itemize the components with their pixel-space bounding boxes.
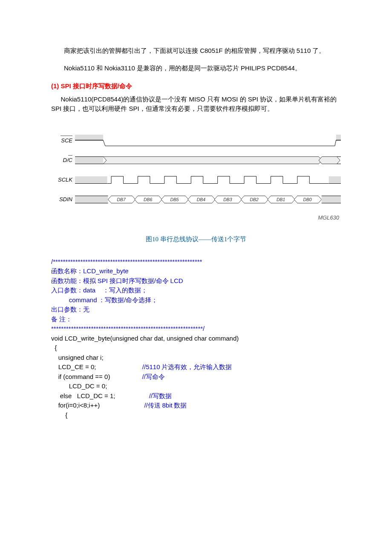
code-line: if (command == 0) //写命令 — [51, 372, 341, 382]
svg-rect-1 — [336, 134, 341, 140]
svg-text:DB2: DB2 — [250, 197, 259, 202]
comment-close: ****************************************… — [51, 324, 341, 334]
signal-label-dc: D/C — [51, 156, 75, 165]
svg-text:DB0: DB0 — [303, 197, 311, 202]
svg-text:DB7: DB7 — [117, 197, 126, 202]
t: LCD — [170, 277, 183, 284]
t: SPI — [98, 277, 108, 284]
svg-text:DB4: DB4 — [197, 197, 205, 202]
signal-row-sclk: SCLK — [51, 170, 341, 190]
timing-diagram: SCE D/C — [51, 131, 341, 209]
t — [51, 296, 69, 304]
svg-rect-23 — [322, 196, 341, 203]
t: 写数据 — [153, 393, 172, 399]
code-line: 备 注： — [51, 315, 341, 324]
signal-track-sdin: DB7DB6DB5DB4DB3DB2DB1DB0 — [75, 193, 341, 206]
text: Nokia5110(PCD8544)的通信协议是一个没有 MISO 只有 MOS… — [51, 95, 337, 113]
signal-track-sclk — [75, 173, 341, 186]
t: 命令 — [156, 278, 170, 284]
signal-row-sce: SCE — [51, 131, 341, 150]
t: 入口参数： — [51, 287, 83, 294]
signal-track-sce — [75, 134, 341, 147]
code-line: LCD_DC = 0; — [51, 382, 341, 391]
code-line: 入口参数：data ：写入的数据； — [51, 286, 341, 295]
svg-rect-9 — [75, 176, 107, 183]
label-text: D/C — [63, 157, 72, 163]
t: ：写数据 — [97, 297, 124, 304]
signal-row-sdin: SDIN DB7DB6DB5DB4DB3DB2DB1DB0 — [51, 190, 341, 209]
t: 接口时序写数据 — [108, 278, 154, 284]
code-line: { — [51, 343, 341, 353]
code-line: unsigned char i; — [51, 353, 341, 363]
label-text: SDIN — [59, 196, 72, 202]
section-heading-1: (1) SPI 接口时序写数据/命令 — [51, 81, 341, 91]
t: 片选有效，允许输入数据 — [160, 364, 232, 370]
t: 写命令 — [146, 373, 165, 380]
t: command — [69, 296, 97, 304]
code-line: else LCD_DC = 1; //写数据 — [51, 391, 341, 401]
label-text: SCE — [61, 137, 72, 144]
t: // — [149, 392, 153, 399]
t: if (command == 0) — [51, 373, 142, 380]
t: //5110 — [142, 363, 160, 370]
t: 数据 — [173, 402, 187, 409]
code-line: void LCD_write_byte(unsigned char dat, u… — [51, 334, 341, 344]
svg-rect-0 — [75, 134, 103, 140]
code-line: 函数名称：LCD_write_byte — [51, 266, 341, 276]
svg-rect-10 — [329, 176, 341, 183]
comment-open: /***************************************… — [51, 257, 341, 267]
t: 函数功能：模拟 — [51, 278, 98, 284]
t: data — [83, 286, 103, 294]
t: 传送 — [148, 402, 162, 409]
text: Nokia5110 和 Nokia3110 是兼容的，用的都是同一款驱动芯片 P… — [64, 64, 301, 72]
code-line: 出口参数：无 — [51, 305, 341, 315]
code-line: for(i=0;i<8;i++) //传送 8bit 数据 — [51, 401, 341, 410]
t: 命令选择； — [126, 297, 158, 304]
code-block: /***************************************… — [51, 257, 341, 420]
t: // — [144, 402, 147, 409]
t: 8bit — [162, 402, 173, 409]
t: // — [142, 373, 145, 380]
t: 函数名称： — [51, 268, 83, 275]
code-line: LCD_CE = 0; //5110 片选有效，允许输入数据 — [51, 362, 341, 372]
svg-rect-12 — [75, 196, 108, 203]
code-line: 函数功能：模拟 SPI 接口时序写数据/命令 LCD — [51, 276, 341, 286]
t: ：写入的数据； — [103, 287, 147, 294]
paragraph-3: Nokia5110(PCD8544)的通信协议是一个没有 MISO 只有 MOS… — [51, 95, 341, 114]
t: for(i=0;i<8;i++) — [51, 402, 144, 409]
signal-row-dc: D/C — [51, 150, 341, 170]
signal-label-sce: SCE — [51, 136, 75, 145]
signal-track-dc — [75, 154, 341, 167]
svg-text:DB1: DB1 — [277, 197, 285, 202]
text: 商家把该引出的管脚都引出了，下面就可以连接 C8051F 的相应管脚，写程序驱动… — [64, 47, 325, 54]
figure-caption: 图10 串行总线协议——传送1个字节 — [51, 234, 341, 244]
svg-text:DB6: DB6 — [144, 197, 152, 202]
diagram-source-label: MGL630 — [51, 214, 341, 222]
code-line: command ：写数据/命令选择； — [51, 295, 341, 305]
label-text: SCLK — [58, 176, 72, 183]
code-line: { — [51, 410, 341, 420]
signal-label-sclk: SCLK — [51, 176, 75, 184]
signal-label-sdin: SDIN — [51, 195, 75, 204]
svg-rect-4 — [75, 156, 103, 164]
t: LCD_CE = 0; — [51, 363, 142, 370]
t: LCD_write_byte — [83, 267, 129, 275]
svg-text:DB3: DB3 — [223, 197, 232, 202]
paragraph-1: 商家把该引出的管脚都引出了，下面就可以连接 C8051F 的相应管脚，写程序驱动… — [51, 46, 341, 56]
svg-text:DB5: DB5 — [170, 197, 179, 202]
t: else LCD_DC = 1; — [51, 392, 149, 399]
paragraph-2: Nokia5110 和 Nokia3110 是兼容的，用的都是同一款驱动芯片 P… — [51, 64, 341, 73]
